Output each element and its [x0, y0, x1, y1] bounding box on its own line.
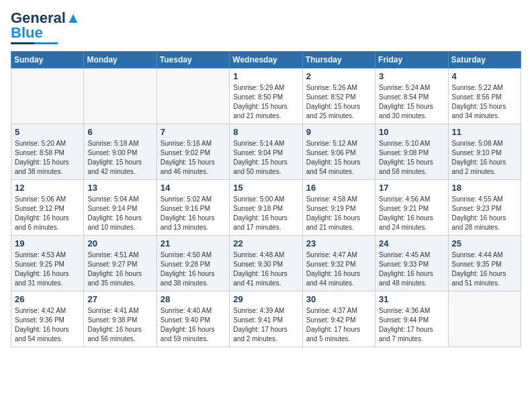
day-number: 9: [306, 127, 371, 137]
cell-info: Sunrise: 4:36 AM Sunset: 9:44 PM Dayligh…: [379, 306, 444, 344]
calendar-cell: 30Sunrise: 4:37 AM Sunset: 9:42 PM Dayli…: [302, 291, 375, 347]
day-number: 8: [233, 127, 298, 137]
day-number: 13: [87, 183, 152, 193]
cell-info: Sunrise: 5:02 AM Sunset: 9:16 PM Dayligh…: [161, 195, 226, 232]
calendar-cell: 12Sunrise: 5:06 AM Sunset: 9:12 PM Dayli…: [11, 180, 84, 236]
calendar-cell: 9Sunrise: 5:12 AM Sunset: 9:06 PM Daylig…: [302, 124, 375, 180]
calendar-cell: 10Sunrise: 5:10 AM Sunset: 9:08 PM Dayli…: [375, 124, 448, 180]
day-number: 31: [379, 294, 444, 304]
calendar-cell: 25Sunrise: 4:44 AM Sunset: 9:35 PM Dayli…: [448, 236, 521, 291]
day-number: 22: [233, 238, 298, 248]
calendar-cell: 19Sunrise: 4:53 AM Sunset: 9:25 PM Dayli…: [11, 236, 84, 291]
calendar-cell: 6Sunrise: 5:18 AM Sunset: 9:00 PM Daylig…: [84, 124, 157, 180]
calendar-cell: 18Sunrise: 4:55 AM Sunset: 9:23 PM Dayli…: [448, 180, 521, 236]
day-header: Friday: [375, 52, 448, 68]
day-number: 11: [452, 127, 517, 137]
day-number: 12: [15, 183, 80, 193]
day-number: 19: [15, 238, 80, 248]
logo-text: General▲ Blue: [11, 11, 81, 40]
cell-info: Sunrise: 4:45 AM Sunset: 9:33 PM Dayligh…: [379, 250, 444, 288]
cell-info: Sunrise: 5:20 AM Sunset: 8:58 PM Dayligh…: [15, 139, 80, 177]
day-header: Tuesday: [157, 52, 229, 68]
calendar-cell: 7Sunrise: 5:16 AM Sunset: 9:02 PM Daylig…: [157, 124, 229, 180]
day-number: 10: [379, 127, 444, 137]
calendar-cell: 14Sunrise: 5:02 AM Sunset: 9:16 PM Dayli…: [157, 180, 229, 236]
calendar-cell: 17Sunrise: 4:56 AM Sunset: 9:21 PM Dayli…: [375, 180, 448, 236]
calendar-cell: 5Sunrise: 5:20 AM Sunset: 8:58 PM Daylig…: [11, 124, 84, 180]
cell-info: Sunrise: 5:14 AM Sunset: 9:04 PM Dayligh…: [233, 139, 298, 177]
calendar-week-row: 26Sunrise: 4:42 AM Sunset: 9:36 PM Dayli…: [11, 291, 521, 347]
cell-info: Sunrise: 4:40 AM Sunset: 9:40 PM Dayligh…: [161, 306, 226, 344]
calendar-cell: 29Sunrise: 4:39 AM Sunset: 9:41 PM Dayli…: [230, 291, 302, 347]
cell-info: Sunrise: 5:06 AM Sunset: 9:12 PM Dayligh…: [15, 195, 80, 232]
day-number: 7: [161, 127, 226, 137]
cell-info: Sunrise: 4:42 AM Sunset: 9:36 PM Dayligh…: [15, 306, 80, 344]
cell-info: Sunrise: 5:22 AM Sunset: 8:56 PM Dayligh…: [452, 83, 517, 121]
page-header: General▲ Blue: [11, 11, 521, 44]
cell-info: Sunrise: 4:53 AM Sunset: 9:25 PM Dayligh…: [15, 250, 80, 288]
cell-info: Sunrise: 4:50 AM Sunset: 9:28 PM Dayligh…: [161, 250, 226, 288]
cell-info: Sunrise: 5:10 AM Sunset: 9:08 PM Dayligh…: [379, 139, 444, 177]
cell-info: Sunrise: 4:55 AM Sunset: 9:23 PM Dayligh…: [452, 195, 517, 232]
calendar-cell: 4Sunrise: 5:22 AM Sunset: 8:56 PM Daylig…: [448, 68, 521, 124]
day-number: 5: [15, 127, 80, 137]
calendar-cell: 2Sunrise: 5:26 AM Sunset: 8:52 PM Daylig…: [302, 68, 375, 124]
calendar-cell: 24Sunrise: 4:45 AM Sunset: 9:33 PM Dayli…: [375, 236, 448, 291]
calendar-header-row: SundayMondayTuesdayWednesdayThursdayFrid…: [11, 52, 521, 68]
cell-info: Sunrise: 4:48 AM Sunset: 9:30 PM Dayligh…: [233, 250, 298, 288]
cell-info: Sunrise: 4:39 AM Sunset: 9:41 PM Dayligh…: [233, 306, 298, 344]
day-number: 3: [379, 71, 444, 81]
calendar-cell: 27Sunrise: 4:41 AM Sunset: 9:38 PM Dayli…: [84, 291, 157, 347]
day-number: 28: [161, 294, 226, 304]
calendar-cell: 22Sunrise: 4:48 AM Sunset: 9:30 PM Dayli…: [230, 236, 302, 291]
calendar-cell: 16Sunrise: 4:58 AM Sunset: 9:19 PM Dayli…: [302, 180, 375, 236]
day-number: 17: [379, 183, 444, 193]
cell-info: Sunrise: 4:58 AM Sunset: 9:19 PM Dayligh…: [306, 195, 371, 232]
day-number: 25: [452, 238, 517, 248]
cell-info: Sunrise: 5:12 AM Sunset: 9:06 PM Dayligh…: [306, 139, 371, 177]
calendar-cell: 21Sunrise: 4:50 AM Sunset: 9:28 PM Dayli…: [157, 236, 229, 291]
calendar-cell: 11Sunrise: 5:08 AM Sunset: 9:10 PM Dayli…: [448, 124, 521, 180]
calendar-cell: [11, 68, 84, 124]
calendar-table: SundayMondayTuesdayWednesdayThursdayFrid…: [11, 51, 521, 347]
calendar-cell: 31Sunrise: 4:36 AM Sunset: 9:44 PM Dayli…: [375, 291, 448, 347]
day-number: 14: [161, 183, 226, 193]
cell-info: Sunrise: 5:24 AM Sunset: 8:54 PM Dayligh…: [379, 83, 444, 121]
day-header: Thursday: [302, 52, 375, 68]
day-number: 18: [452, 183, 517, 193]
cell-info: Sunrise: 4:44 AM Sunset: 9:35 PM Dayligh…: [452, 250, 517, 288]
day-number: 26: [15, 294, 80, 304]
day-number: 2: [306, 71, 371, 81]
day-number: 30: [306, 294, 371, 304]
day-header: Monday: [84, 52, 157, 68]
calendar-week-row: 12Sunrise: 5:06 AM Sunset: 9:12 PM Dayli…: [11, 180, 521, 236]
cell-info: Sunrise: 4:47 AM Sunset: 9:32 PM Dayligh…: [306, 250, 371, 288]
logo: General▲ Blue: [11, 11, 81, 44]
cell-info: Sunrise: 5:16 AM Sunset: 9:02 PM Dayligh…: [161, 139, 226, 177]
day-number: 24: [379, 238, 444, 248]
calendar-cell: 13Sunrise: 5:04 AM Sunset: 9:14 PM Dayli…: [84, 180, 157, 236]
calendar-cell: 15Sunrise: 5:00 AM Sunset: 9:18 PM Dayli…: [230, 180, 302, 236]
day-number: 29: [233, 294, 298, 304]
calendar-cell: [448, 291, 521, 347]
calendar-week-row: 5Sunrise: 5:20 AM Sunset: 8:58 PM Daylig…: [11, 124, 521, 180]
cell-info: Sunrise: 5:26 AM Sunset: 8:52 PM Dayligh…: [306, 83, 371, 121]
calendar-cell: 26Sunrise: 4:42 AM Sunset: 9:36 PM Dayli…: [11, 291, 84, 347]
cell-info: Sunrise: 5:04 AM Sunset: 9:14 PM Dayligh…: [87, 195, 152, 232]
calendar-cell: 8Sunrise: 5:14 AM Sunset: 9:04 PM Daylig…: [230, 124, 302, 180]
cell-info: Sunrise: 5:00 AM Sunset: 9:18 PM Dayligh…: [233, 195, 298, 232]
day-header: Sunday: [11, 52, 84, 68]
day-number: 16: [306, 183, 371, 193]
calendar-cell: 1Sunrise: 5:29 AM Sunset: 8:50 PM Daylig…: [230, 68, 302, 124]
cell-info: Sunrise: 4:37 AM Sunset: 9:42 PM Dayligh…: [306, 306, 371, 344]
calendar-week-row: 19Sunrise: 4:53 AM Sunset: 9:25 PM Dayli…: [11, 236, 521, 291]
day-number: 1: [233, 71, 298, 81]
day-header: Wednesday: [230, 52, 302, 68]
day-number: 15: [233, 183, 298, 193]
logo-line: [11, 42, 58, 44]
calendar-cell: 3Sunrise: 5:24 AM Sunset: 8:54 PM Daylig…: [375, 68, 448, 124]
day-number: 4: [452, 71, 517, 81]
day-number: 21: [161, 238, 226, 248]
day-number: 27: [87, 294, 152, 304]
day-number: 23: [306, 238, 371, 248]
